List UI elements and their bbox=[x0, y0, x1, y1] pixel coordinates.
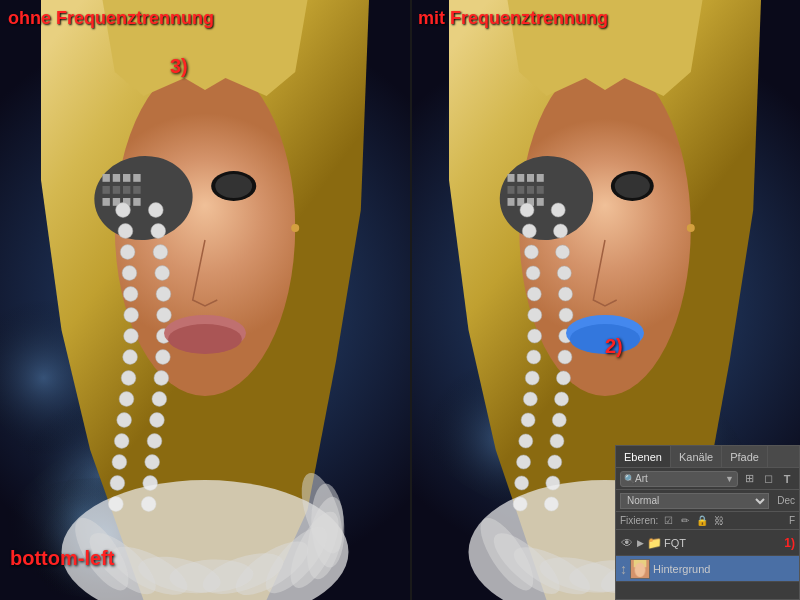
layers-tabs: Ebenen Kanäle Pfade bbox=[616, 446, 799, 468]
fill-label: F bbox=[789, 515, 795, 526]
fqt-layer-number: 1) bbox=[784, 536, 795, 550]
layer-new-icon[interactable]: ◻ bbox=[760, 471, 776, 487]
left-panel: ohne Frequenztrennung 3) bottom-left bbox=[0, 0, 410, 600]
fixieren-label: Fixieren: bbox=[620, 515, 658, 526]
layer-visibility-toggle[interactable]: 👁 bbox=[620, 536, 634, 550]
hintergrund-layer-row[interactable]: ↕ Hintergrund bbox=[616, 556, 799, 582]
left-portrait-canvas bbox=[0, 0, 410, 600]
right-panel-number: 2) bbox=[605, 335, 623, 358]
right-panel-label: mit Frequenztrennung bbox=[418, 8, 608, 29]
layer-move-icon: ↕ bbox=[620, 561, 627, 577]
fix-lock-icon[interactable]: 🔒 bbox=[695, 514, 709, 528]
hintergrund-layer-name: Hintergrund bbox=[653, 563, 795, 575]
layer-text-icon[interactable]: T bbox=[779, 471, 795, 487]
main-container: ohne Frequenztrennung 3) bottom-left mit… bbox=[0, 0, 800, 600]
tab-ebenen[interactable]: Ebenen bbox=[616, 446, 671, 467]
blend-mode-select[interactable]: Normal bbox=[620, 493, 769, 509]
fix-checkbox-icon[interactable]: ☑ bbox=[661, 514, 675, 528]
opacity-label: Dec bbox=[777, 495, 795, 506]
fix-brush-icon[interactable]: ✏ bbox=[678, 514, 692, 528]
right-panel: mit Frequenztrennung 2) Ebenen Kanäle Pf… bbox=[410, 0, 800, 600]
left-panel-number: 3) bbox=[170, 55, 188, 78]
fixieren-row: Fixieren: ☑ ✏ 🔒 ⛓ F bbox=[616, 512, 799, 530]
layer-filter-icon[interactable]: ⊞ bbox=[741, 471, 757, 487]
layers-panel: Ebenen Kanäle Pfade 🔍 ▼ ⊞ ◻ T Normal bbox=[615, 445, 800, 600]
tab-pfade[interactable]: Pfade bbox=[722, 446, 768, 467]
panel-divider bbox=[410, 0, 412, 600]
thumbnail-canvas bbox=[631, 560, 649, 578]
tab-kanaele[interactable]: Kanäle bbox=[671, 446, 722, 467]
layer-search[interactable]: 🔍 ▼ bbox=[620, 471, 738, 487]
left-panel-label: ohne Frequenztrennung bbox=[8, 8, 214, 29]
folder-icon: 📁 bbox=[647, 536, 661, 550]
fqt-layer-row[interactable]: 👁 ▶ 📁 FQT 1) bbox=[616, 530, 799, 556]
layer-expand-arrow[interactable]: ▶ bbox=[637, 538, 644, 548]
fix-chain-icon[interactable]: ⛓ bbox=[712, 514, 726, 528]
layer-search-input[interactable] bbox=[635, 473, 725, 484]
search-icon: 🔍 bbox=[624, 474, 635, 484]
left-panel-bottom-number: bottom-left bbox=[10, 547, 114, 570]
fqt-layer-name: FQT bbox=[664, 537, 781, 549]
layers-toolbar: 🔍 ▼ ⊞ ◻ T bbox=[616, 468, 799, 490]
layer-thumbnail bbox=[630, 559, 650, 579]
chevron-down-icon: ▼ bbox=[725, 474, 734, 484]
blend-row: Normal Dec bbox=[616, 490, 799, 512]
